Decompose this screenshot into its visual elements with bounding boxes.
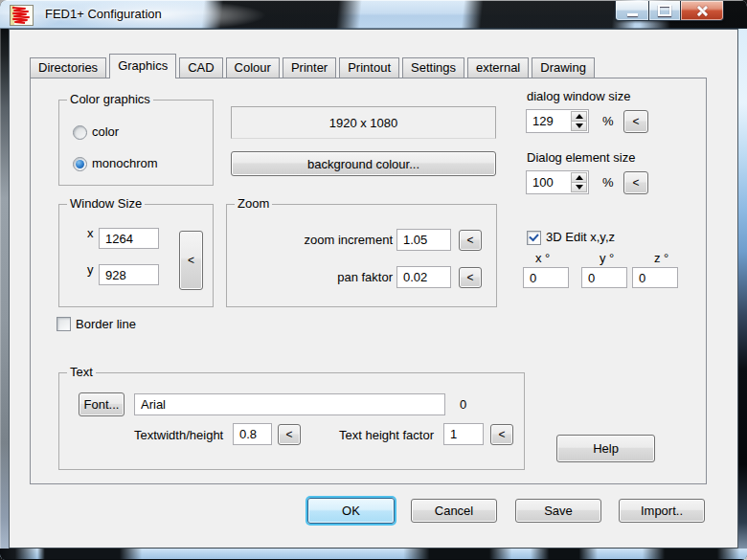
zoom-increment-adjust-button[interactable]: < — [459, 230, 482, 251]
maximize-button[interactable] — [649, 1, 681, 21]
tab-bar: Directories Graphics CAD Colour Printer … — [30, 54, 595, 78]
left-arrow-icon: < — [632, 176, 639, 190]
left-arrow-icon: < — [466, 271, 473, 284]
pan-factor-input[interactable] — [396, 266, 451, 288]
close-button[interactable] — [681, 1, 724, 21]
border-line-checkbox[interactable] — [57, 317, 71, 331]
cancel-button[interactable]: Cancel — [411, 499, 497, 523]
axis-z-label: z ° — [654, 251, 668, 265]
down-arrow-icon — [576, 123, 583, 128]
text-group: Text Font... 0 Textwidth/height < Text h… — [58, 372, 525, 470]
spin-down-button[interactable] — [571, 122, 587, 131]
textwidth-input[interactable] — [233, 423, 272, 445]
tab-drawing[interactable]: Drawing — [532, 57, 595, 78]
tab-external[interactable]: external — [467, 57, 529, 78]
textwidth-label: Textwidth/height — [134, 428, 223, 442]
minimize-icon — [627, 13, 638, 16]
tab-directories[interactable]: Directories — [30, 57, 106, 78]
spin-buttons — [571, 172, 587, 192]
textwidth-adjust-button[interactable]: < — [278, 424, 301, 445]
dialog-window-size-spinner — [526, 109, 589, 133]
dialog-window-size-adjust-button[interactable]: < — [623, 110, 648, 133]
tab-printer[interactable]: Printer — [283, 57, 336, 78]
axis-z-input[interactable] — [632, 267, 678, 288]
minimize-button[interactable] — [615, 1, 649, 21]
dialog-element-size-input[interactable] — [527, 171, 576, 193]
up-arrow-icon — [576, 114, 583, 119]
font-button[interactable]: Font... — [79, 392, 124, 416]
window-size-x-input[interactable] — [99, 228, 159, 249]
ok-button-label: OK — [342, 504, 360, 518]
color-radio-label: color — [92, 124, 119, 139]
monochrom-radio-label: monochrom — [92, 156, 158, 170]
font-number-label: 0 — [460, 397, 466, 412]
left-arrow-icon: < — [632, 115, 639, 128]
tab-printout[interactable]: Printout — [339, 57, 399, 78]
down-arrow-icon — [576, 185, 583, 190]
save-button[interactable]: Save — [515, 499, 601, 523]
spin-up-button[interactable] — [571, 172, 587, 183]
edit-3d-checkbox[interactable] — [527, 231, 541, 245]
window-frame-left — [0, 29, 9, 560]
app-icon-spring — [10, 5, 34, 26]
up-arrow-icon — [576, 175, 583, 180]
dialog-element-size-adjust-button[interactable]: < — [623, 171, 648, 194]
color-radio[interactable] — [73, 125, 87, 140]
window-size-legend: Window Size — [67, 196, 145, 212]
dialog-window: FED1+ Configuration Directories — [0, 0, 747, 560]
cancel-button-label: Cancel — [435, 504, 473, 518]
pan-factor-label: pan faktor — [237, 270, 393, 284]
zoom-increment-input[interactable] — [396, 229, 451, 251]
axis-y-label: y ° — [600, 251, 614, 265]
spin-down-button[interactable] — [571, 183, 587, 192]
titlebar[interactable]: FED1+ Configuration — [0, 0, 747, 29]
window-frame-bottom — [0, 549, 747, 560]
background-colour-button[interactable]: background colour... — [231, 151, 496, 176]
window-controls — [615, 1, 724, 21]
color-graphics-group: Color graphics — [58, 100, 214, 186]
left-arrow-icon: < — [285, 428, 292, 441]
tab-settings[interactable]: Settings — [402, 57, 464, 78]
font-name-input[interactable] — [134, 393, 445, 415]
window-size-y-input[interactable] — [99, 264, 159, 285]
import-button-label: Import.. — [641, 504, 683, 518]
window-frame-right — [738, 29, 747, 560]
import-button[interactable]: Import.. — [619, 499, 705, 523]
zoom-legend: Zoom — [235, 196, 272, 212]
pan-factor-adjust-button[interactable]: < — [459, 267, 482, 288]
save-button-label: Save — [544, 504, 573, 518]
left-arrow-icon: < — [466, 234, 473, 247]
dialog-window-size-input[interactable] — [527, 110, 576, 132]
axis-y-input[interactable] — [581, 267, 627, 288]
zoom-group: Zoom zoom increment < pan faktor < — [226, 204, 497, 307]
spin-buttons — [571, 111, 587, 131]
help-button[interactable]: Help — [556, 435, 655, 462]
textheight-adjust-button[interactable]: < — [490, 424, 513, 445]
monochrom-radio[interactable] — [73, 157, 87, 171]
left-arrow-icon: < — [188, 254, 194, 267]
screen-resolution-readout: 1920 x 1080 — [231, 106, 496, 139]
maximize-icon — [658, 5, 671, 16]
tab-colour[interactable]: Colour — [226, 57, 280, 78]
axis-x-input[interactable] — [523, 267, 569, 288]
border-line-label: Border line — [76, 317, 136, 331]
dialog-window-size-unit: % — [602, 114, 614, 128]
dialog-client-area: Directories Graphics CAD Colour Printer … — [9, 29, 738, 549]
ok-button[interactable]: OK — [307, 498, 395, 524]
tab-graphics[interactable]: Graphics — [109, 54, 176, 78]
window-size-adjust-button[interactable]: < — [179, 231, 203, 290]
dialog-element-size-spinner — [526, 170, 589, 194]
help-button-label: Help — [593, 441, 619, 456]
edit-3d-label: 3D Edit x,y,z — [546, 230, 615, 244]
textheight-label: Text height factor — [339, 428, 434, 442]
textheight-input[interactable] — [443, 423, 484, 445]
zoom-increment-label: zoom increment — [237, 233, 393, 247]
window-size-y-label: y — [87, 262, 94, 277]
screen-resolution-value: 1920 x 1080 — [329, 116, 398, 130]
window-title: FED1+ Configuration — [45, 0, 162, 29]
spin-up-button[interactable] — [571, 111, 587, 122]
tab-cad[interactable]: CAD — [179, 57, 222, 78]
axis-x-label: x ° — [535, 251, 550, 265]
dialog-element-size-label: Dialog element size — [527, 150, 635, 165]
desktop-background: FED1+ Configuration Directories — [0, 0, 747, 560]
